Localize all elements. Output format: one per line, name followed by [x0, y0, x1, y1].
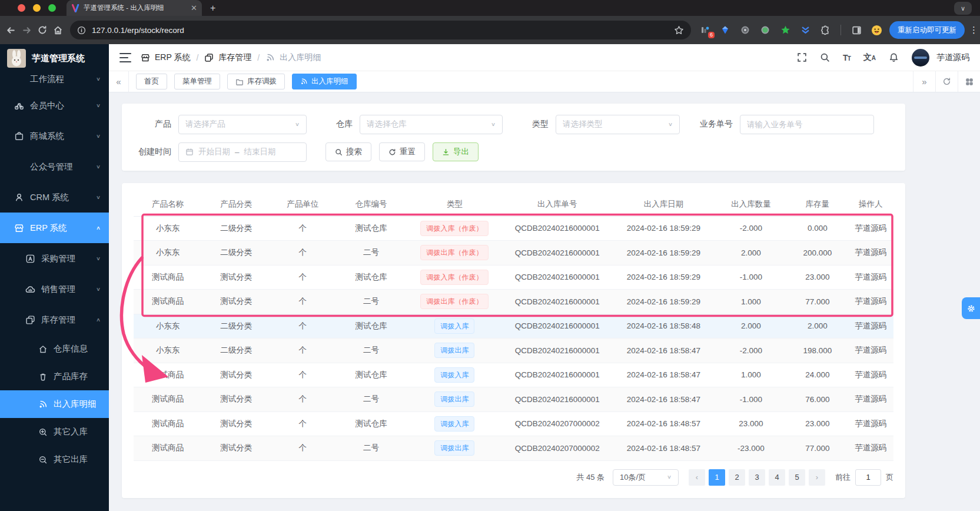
table-row[interactable]: 测试商品测试分类个测试仓库 调拨入库（作废） QCDB2024021600000…: [134, 265, 893, 290]
table-row[interactable]: 测试商品测试分类个二号 调拨出库（作废） QCDB202402160000012…: [134, 290, 893, 314]
cup-icon: [38, 371, 48, 381]
table-row[interactable]: 小东东二级分类个二号 调拨出库（作废） QCDB2024021600000120…: [134, 241, 893, 266]
bizno-input[interactable]: [740, 115, 874, 134]
new-tab-button[interactable]: +: [210, 3, 215, 14]
sidebar-item-member-center[interactable]: 会员中心 ∨: [0, 90, 109, 121]
page-tab-stock-record[interactable]: 出入库明细: [292, 74, 357, 89]
table-row[interactable]: 测试商品测试分类个二号 调拨出库 QCDB202402160000012024-…: [134, 387, 893, 412]
sidebar-item-official-account[interactable]: 公众号管理 ∨: [0, 151, 109, 182]
purchase-icon: [25, 254, 35, 264]
forward-icon[interactable]: [22, 22, 32, 38]
search-button[interactable]: 搜索: [325, 142, 371, 161]
extensions-puzzle-icon[interactable]: [819, 24, 831, 36]
zoom-in-circle-icon: [38, 427, 48, 437]
extension-gem-icon[interactable]: [719, 24, 731, 36]
browser-update-button[interactable]: 重新启动即可更新: [889, 21, 965, 39]
breadcrumb-item[interactable]: ERP 系统: [155, 52, 190, 63]
tab-close-icon[interactable]: ✕: [191, 4, 197, 12]
extension-star-icon[interactable]: [779, 24, 791, 36]
bell-icon[interactable]: [889, 52, 899, 62]
back-icon[interactable]: [6, 22, 16, 38]
extension-green-dot-icon[interactable]: [759, 24, 771, 36]
side-panel-icon[interactable]: [851, 24, 862, 36]
export-button[interactable]: 导出: [433, 142, 479, 161]
type-badge: 调拨出库: [434, 391, 474, 407]
table-row[interactable]: 小东东二级分类个测试仓库 调拨入库 QCDB202402160000012024…: [134, 314, 893, 339]
tab-search-button[interactable]: ∨: [954, 2, 972, 15]
user-avatar[interactable]: [912, 49, 929, 67]
site-info-icon[interactable]: [77, 26, 86, 35]
url-bar[interactable]: 127.0.0.1/erp/stock/record: [70, 21, 691, 39]
tabs-scroll-right-icon[interactable]: »: [913, 71, 935, 92]
table-row[interactable]: 小东东二级分类个测试仓库 调拨入库（作废） QCDB20240216000001…: [134, 216, 893, 241]
breadcrumb-item[interactable]: 库存管理: [218, 52, 251, 63]
page-button-5[interactable]: 5: [789, 469, 805, 486]
sidebar-item-crm[interactable]: CRM 系统 ∨: [0, 182, 109, 213]
mall-icon: [14, 131, 24, 141]
prev-page-button[interactable]: ‹: [689, 469, 705, 486]
page-button-4[interactable]: 4: [769, 469, 785, 486]
language-icon[interactable]: 文A: [863, 52, 876, 63]
browser-menu-icon[interactable]: ⋮: [969, 25, 978, 35]
bookmark-star-icon[interactable]: [674, 25, 684, 35]
table-row[interactable]: 小东东二级分类个二号 调拨出库 QCDB202402160000012024-0…: [134, 339, 893, 363]
extension-chevrons-icon[interactable]: [799, 24, 811, 36]
sidebar-item-stock-record[interactable]: 出入库明细: [0, 390, 109, 418]
total-count: 共 45 条: [576, 472, 604, 483]
tabs-scroll-left-icon[interactable]: «: [109, 71, 129, 92]
page-tab-menu-management[interactable]: 菜单管理: [174, 74, 220, 89]
page-button-2[interactable]: 2: [729, 469, 745, 486]
browser-tab[interactable]: 芋道管理系统 - 出入库明细 ✕: [67, 0, 202, 16]
col-product-unit: 产品单位: [270, 193, 335, 216]
main: ERP 系统 / 库存管理 / 出入库明细 TT 文A 芋道源码: [109, 44, 980, 511]
sidebar-collapse-icon[interactable]: [119, 53, 131, 62]
font-size-icon[interactable]: TT: [843, 53, 851, 62]
reset-button[interactable]: 重置: [379, 142, 425, 161]
goto-page-input[interactable]: [855, 469, 881, 486]
sidebar-item-stock[interactable]: 库存管理 ∧: [0, 304, 109, 335]
table-row[interactable]: 测试商品测试分类个测试仓库 调拨入库 QCDB20240216000001202…: [134, 363, 893, 387]
home-icon[interactable]: [53, 22, 63, 38]
sidebar-item-product-stock[interactable]: 产品库存: [0, 363, 109, 390]
chevron-down-icon: ∨: [96, 286, 101, 292]
minimize-window-button[interactable]: [33, 4, 41, 12]
app-logo-row[interactable]: 芋道管理系统: [0, 44, 109, 72]
username[interactable]: 芋道源码: [936, 52, 969, 63]
page-tab-home[interactable]: 首页: [136, 74, 167, 89]
url-text[interactable]: 127.0.0.1/erp/stock/record: [92, 26, 668, 35]
record-icon: [38, 399, 48, 409]
extension-ring-icon[interactable]: [739, 24, 751, 36]
favicon: [71, 4, 79, 12]
search-icon[interactable]: [820, 52, 830, 62]
layout-grid-icon[interactable]: [958, 71, 980, 92]
warehouse-select[interactable]: 请选择仓库 ∨: [360, 115, 503, 134]
close-window-button[interactable]: [18, 4, 25, 12]
table-row[interactable]: 测试商品测试分类个测试仓库 调拨入库 QCDB20240207000002202…: [134, 412, 893, 436]
type-badge: 调拨入库: [434, 318, 474, 334]
maximize-window-button[interactable]: [48, 4, 56, 12]
next-page-button[interactable]: ›: [809, 469, 825, 486]
date-range-picker[interactable]: 开始日期 – 结束日期: [178, 142, 307, 162]
page-size-select[interactable]: 10条/页 ∨: [613, 469, 679, 486]
sidebar-item-warehouse-info[interactable]: 仓库信息: [0, 335, 109, 363]
col-operator: 操作人: [848, 193, 894, 216]
page-button-3[interactable]: 3: [749, 469, 765, 486]
reload-icon[interactable]: [38, 22, 47, 38]
sidebar-item-other-stock-out[interactable]: 其它出库: [0, 446, 109, 473]
settings-float-button[interactable]: [962, 297, 980, 319]
refresh-icon[interactable]: [935, 71, 958, 92]
table-row[interactable]: 测试商品测试分类个二号 调拨出库 QCDB202402070000022024-…: [134, 436, 893, 461]
profile-avatar-icon[interactable]: [871, 24, 882, 36]
page-button-1[interactable]: 1: [709, 469, 725, 486]
extension-metrics-icon[interactable]: 6: [699, 24, 711, 36]
page-tab-stock-move[interactable]: 库存调拨: [227, 74, 285, 89]
sidebar-item-other-stock-in[interactable]: 其它入库: [0, 418, 109, 446]
sidebar-item-purchase[interactable]: 采购管理 ∨: [0, 243, 109, 274]
browser-toolbar: 127.0.0.1/erp/stock/record 6: [0, 16, 980, 44]
sidebar-item-erp[interactable]: ERP 系统 ∧: [0, 213, 109, 243]
type-select[interactable]: 请选择类型 ∨: [556, 115, 680, 134]
sidebar-item-mall[interactable]: 商城系统 ∨: [0, 121, 109, 151]
sidebar-item-sale[interactable]: 销售管理 ∨: [0, 274, 109, 304]
fullscreen-icon[interactable]: [797, 52, 807, 62]
product-select[interactable]: 请选择产品 ∨: [178, 115, 307, 134]
